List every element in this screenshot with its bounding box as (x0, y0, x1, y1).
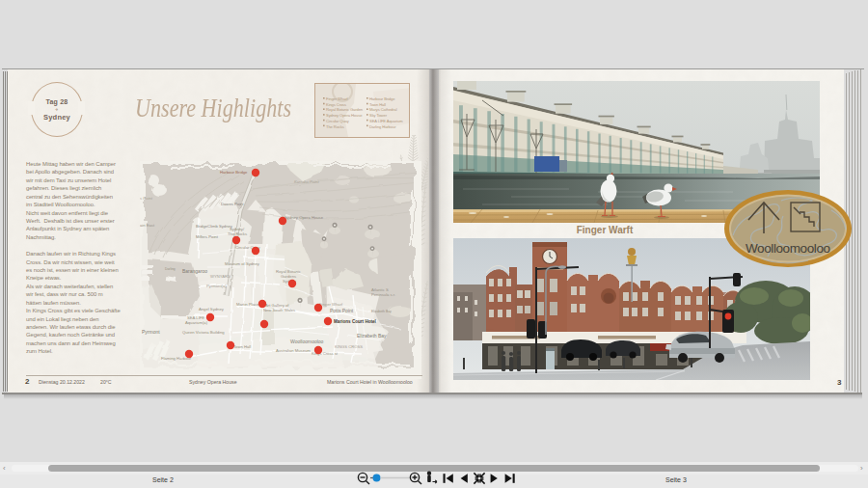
svg-text:Museum of Sydney: Museum of Sydney (225, 261, 260, 266)
svg-text:Sydney Opera House: Sydney Opera House (285, 215, 324, 220)
svg-text:Angel Sydney: Angel Sydney (199, 307, 225, 312)
svg-text:WYNYARD: WYNYARD (210, 274, 231, 279)
svg-text:Kurraba Point: Kurraba Point (294, 179, 319, 184)
svg-text:Elizabeth Bay: Elizabeth Bay (357, 333, 387, 339)
svg-text:Darling: Darling (165, 267, 176, 271)
svg-text:Dawes Point: Dawes Point (221, 202, 244, 206)
svg-text:Pyrmont(a): Pyrmont(a) (206, 284, 227, 288)
svg-text:Sky Tower: Sky Tower (369, 113, 388, 118)
svg-text:Peninsula s.r.: Peninsula s.r. (371, 292, 395, 297)
svg-text:Woolloomooloo: Woolloomooloo (746, 241, 830, 256)
svg-text:Kings Cross: Kings Cross (326, 102, 346, 107)
svg-text:Finger Wharf: Finger Wharf (326, 96, 348, 101)
svg-text:New South Wales: New South Wales (263, 308, 295, 312)
svg-text:Royal Botanic Garden: Royal Botanic Garden (326, 107, 364, 112)
svg-text:Woolloomooloo: Woolloomooloo (290, 339, 324, 344)
svg-text:Circular Quay: Circular Quay (326, 119, 350, 123)
svg-text:Sydney Opera House: Sydney Opera House (326, 113, 363, 118)
svg-text:Queen Victoria Building: Queen Victoria Building (182, 330, 225, 335)
svg-text:ain East: ain East (140, 223, 155, 228)
svg-text:Australian Museum: Australian Museum (276, 348, 311, 353)
svg-text:Marys Cathedral: Marys Cathedral (369, 107, 397, 112)
svg-text:Elizabeth Bay: Elizabeth Bay (371, 310, 392, 313)
svg-text:The Rocks: The Rocks (228, 231, 247, 236)
svg-text:Potts Point: Potts Point (330, 308, 354, 313)
svg-text:BridgeClimb Sydney: BridgeClimb Sydney (196, 224, 233, 229)
svg-text:SEA LIFE Aquarium: SEA LIFE Aquarium (369, 119, 403, 123)
svg-text:Town Hall: Town Hall (233, 344, 251, 349)
svg-text:Harbour Bridge: Harbour Bridge (369, 96, 395, 101)
svg-text:Town Hall: Town Hall (369, 102, 386, 107)
svg-text:KINGS CROSS: KINGS CROSS (335, 344, 363, 349)
svg-text:Finger Wharf: Finger Wharf (319, 302, 343, 307)
svg-text:Martin Place: Martin Place (236, 302, 259, 307)
svg-text:Millers Point: Millers Point (196, 234, 219, 239)
svg-text:Marions Court Hotel: Marions Court Hotel (334, 319, 376, 324)
svg-text:Darling Harbour: Darling Harbour (369, 124, 396, 129)
svg-text:Harbour Bridge: Harbour Bridge (220, 170, 248, 175)
svg-text:Aquarium(a): Aquarium(a) (185, 320, 208, 325)
svg-text:The Rocks: The Rocks (326, 124, 344, 129)
svg-text:s Point: s Point (140, 196, 153, 201)
svg-text:Pyrmont: Pyrmont (142, 329, 160, 335)
svg-text:Barangaroo: Barangaroo (182, 268, 207, 274)
